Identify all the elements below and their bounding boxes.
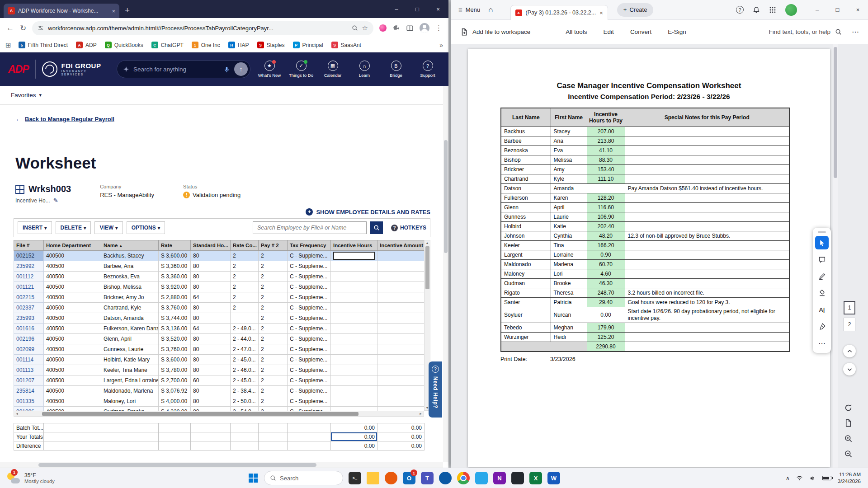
weather-widget[interactable]: 1 35°F Mostly cloudy (0, 472, 90, 484)
grid-column-header[interactable]: Home Department (44, 240, 101, 251)
help-icon[interactable]: ? (736, 6, 744, 14)
rate-code-cell[interactable]: 2 - 45.0... (231, 375, 259, 386)
incentive-amount-cell[interactable] (377, 396, 425, 407)
tax-frequency-cell[interactable]: C - Suppleme... (288, 355, 331, 365)
search-submit-button[interactable]: ↑ (234, 62, 248, 76)
app-launcher-icon[interactable] (769, 6, 776, 14)
rate-cell[interactable]: S 4,320.00 (159, 407, 191, 411)
rate-code-cell[interactable]: 2 - 45.0... (231, 355, 259, 365)
standard-hours-cell[interactable]: 80 (191, 386, 231, 396)
adp-nav-calendar[interactable]: ▦Calendar (320, 61, 345, 78)
zoom-in-icon[interactable] (844, 434, 853, 443)
incentive-hours-cell[interactable] (331, 344, 377, 355)
file-number-cell[interactable]: 002099 (14, 344, 44, 355)
tray-overflow-icon[interactable]: ∧ (786, 475, 790, 481)
tax-frequency-cell[interactable]: C - Suppleme... (288, 313, 331, 324)
rate-cell[interactable]: S 2,880.00 (159, 292, 191, 303)
maximize-button[interactable]: □ (827, 0, 848, 20)
refresh-view-icon[interactable] (844, 404, 853, 412)
file-number-cell[interactable]: 001207 (14, 375, 44, 386)
incentive-hours-cell[interactable] (331, 303, 377, 313)
document-tab[interactable]: A (Pay 3) 01.23.26 - 03.22.2... × (510, 5, 608, 20)
grid-row[interactable]: 001207400500Largent, Edna LorraineS 2,70… (14, 375, 425, 386)
home-department-cell[interactable]: 400500 (44, 292, 101, 303)
microphone-icon[interactable] (223, 66, 230, 73)
minimize-button[interactable]: – (386, 0, 407, 18)
pay-2-cell[interactable]: 2 (259, 396, 288, 407)
rate-code-cell[interactable] (231, 313, 259, 324)
file-number-cell[interactable]: 235814 (14, 386, 44, 396)
grid-row[interactable]: 002337400500Chartrand, KyleS 3,760.00802… (14, 303, 425, 313)
employee-name-cell[interactable]: Glenn, April (101, 334, 159, 344)
rate-cell[interactable]: S 4,000.00 (159, 396, 191, 407)
rate-cell[interactable]: S 3,520.00 (159, 334, 191, 344)
tax-frequency-cell[interactable]: C - Suppleme... (288, 344, 331, 355)
employee-name-cell[interactable]: Barbee, Ana (101, 261, 159, 272)
taskbar-app-teams[interactable]: T (420, 470, 435, 486)
back-icon[interactable]: ← (6, 23, 14, 33)
home-department-cell[interactable]: 400500 (44, 261, 101, 272)
rate-code-cell[interactable]: 2 (231, 282, 259, 292)
tax-frequency-cell[interactable]: C - Suppleme... (288, 334, 331, 344)
file-number-cell[interactable]: 235993 (14, 313, 44, 324)
add-file-button[interactable]: Add file to workspace (460, 28, 530, 36)
incentive-hours-cell[interactable] (331, 282, 377, 292)
rate-cell[interactable]: S 3,760.00 (159, 303, 191, 313)
split-screen-icon[interactable] (406, 24, 414, 32)
adp-nav-what-s-new[interactable]: ★What's New (257, 61, 282, 78)
incentive-hours-cell[interactable] (331, 334, 377, 344)
grid-row[interactable]: 001616400500Fulkerson, Karen DanzS 3,136… (14, 324, 425, 334)
standard-hours-cell[interactable]: 80 (191, 313, 231, 324)
grid-row[interactable]: 001112400500Beznoska, EvaS 3,360.008022C… (14, 272, 425, 282)
rate-cell[interactable]: S 3,360.00 (159, 261, 191, 272)
close-button[interactable]: × (428, 0, 448, 18)
tax-frequency-cell[interactable]: C - Suppleme... (288, 407, 331, 411)
tax-frequency-cell[interactable]: C - Suppleme... (288, 292, 331, 303)
favorites-bar[interactable]: Favorites ▾ (0, 86, 448, 105)
file-number-cell[interactable]: 235992 (14, 261, 44, 272)
standard-hours-cell[interactable]: 80 (191, 303, 231, 313)
pay-2-cell[interactable]: 2 (259, 303, 288, 313)
employee-name-cell[interactable]: Chartrand, Kyle (101, 303, 159, 313)
file-number-cell[interactable]: 001113 (14, 365, 44, 375)
create-button[interactable]: + Create (617, 3, 654, 17)
rate-code-cell[interactable]: 2 (231, 292, 259, 303)
grid-column-header[interactable]: Pay # 2 (259, 240, 288, 251)
browser-tab[interactable]: A ADP Workforce Now - Workshe... × (4, 4, 119, 18)
apps-grid-icon[interactable]: ⊞ (5, 41, 11, 49)
home-department-cell[interactable]: 400500 (44, 303, 101, 313)
home-department-cell[interactable]: 400500 (44, 334, 101, 344)
profile-avatar[interactable] (420, 23, 429, 33)
tax-frequency-cell[interactable]: C - Suppleme... (288, 251, 331, 261)
browser-essentials-icon[interactable] (379, 24, 387, 32)
incentive-hours-cell[interactable] (331, 261, 377, 272)
pay-2-cell[interactable]: 2 (259, 324, 288, 334)
account-avatar[interactable] (785, 4, 797, 16)
pay-2-cell[interactable]: 2 (259, 386, 288, 396)
sign-tool[interactable] (815, 319, 829, 333)
employee-search-button[interactable] (370, 221, 383, 234)
taskbar-app-chrome[interactable] (456, 470, 471, 486)
incentive-amount-cell[interactable] (377, 292, 425, 303)
edit-pencil-icon[interactable]: ✎ (53, 197, 58, 204)
global-search-bar[interactable]: Search for anything ↑ (117, 60, 250, 78)
page-thumbnail-1[interactable]: 1 (844, 301, 855, 314)
scroll-up-icon[interactable]: ▲ (426, 241, 429, 244)
bookmark-item[interactable]: 1One Inc (188, 40, 224, 50)
rail-drag-handle[interactable] (818, 231, 826, 233)
file-number-cell[interactable]: 001616 (14, 324, 44, 334)
bookmark-item[interactable]: SSaasAnt (328, 40, 365, 50)
file-number-cell[interactable]: 002152 (14, 251, 44, 261)
pay-2-cell[interactable]: 2 (259, 334, 288, 344)
tab-close-icon[interactable]: × (599, 9, 603, 16)
standard-hours-cell[interactable]: 80 (191, 282, 231, 292)
incentive-hours-cell[interactable] (331, 355, 377, 365)
pay-2-cell[interactable]: 2 (259, 251, 288, 261)
standard-hours-cell[interactable]: 80 (191, 344, 231, 355)
page-vertical-scrollbar[interactable] (443, 86, 448, 462)
incentive-hours-cell[interactable] (331, 365, 377, 375)
pay-2-cell[interactable]: 2 (259, 407, 288, 411)
grid-row[interactable]: 235992400500Barbee, AnaS 3,360.008022C -… (14, 261, 425, 272)
home-department-cell[interactable]: 400500 (44, 272, 101, 282)
standard-hours-cell[interactable]: 80 (191, 261, 231, 272)
